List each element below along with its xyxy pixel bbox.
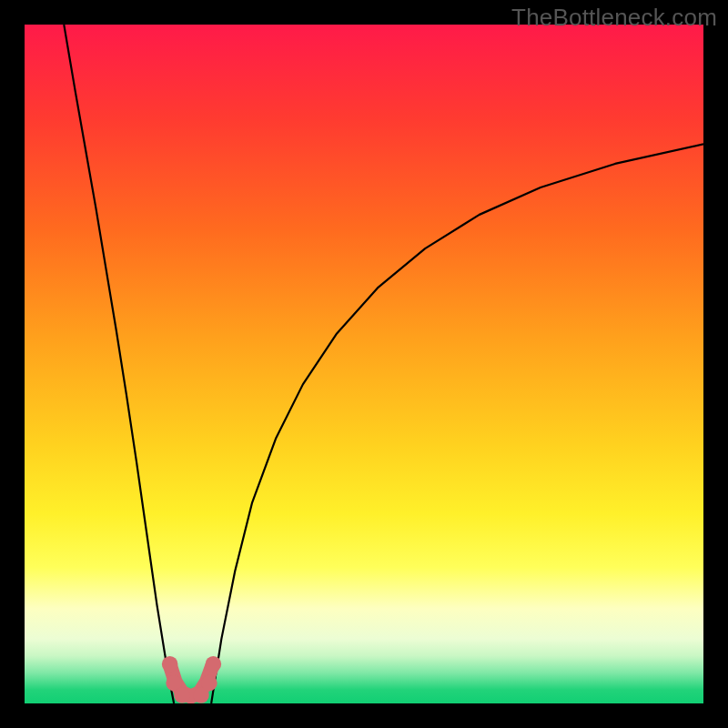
valley-dot	[174, 687, 190, 703]
chart-container: TheBottleneck.com	[0, 0, 728, 728]
plot-area	[25, 25, 703, 703]
gradient-background	[25, 25, 703, 703]
plot-svg	[25, 25, 703, 703]
valley-dot	[201, 675, 217, 692]
watermark-text: TheBottleneck.com	[511, 4, 717, 32]
valley-dot	[206, 656, 222, 672]
valley-dot	[162, 656, 178, 672]
